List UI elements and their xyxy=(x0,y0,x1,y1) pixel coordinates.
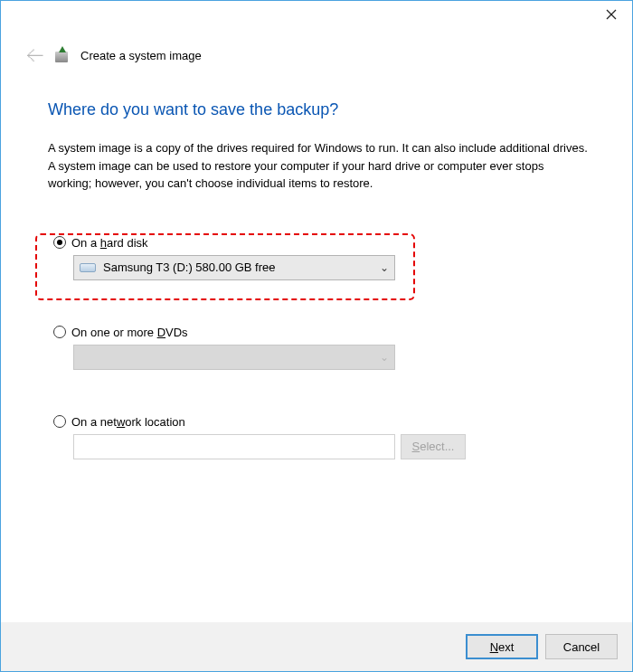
page-description: A system image is a copy of the drives r… xyxy=(48,139,590,193)
drive-icon xyxy=(80,263,96,272)
header-row: 🡠 Create a system image xyxy=(1,30,632,64)
hard-disk-dropdown[interactable]: Samsung T3 (D:) 580.00 GB free ⌄ xyxy=(73,255,395,280)
close-icon xyxy=(606,9,617,20)
system-image-icon xyxy=(53,46,71,64)
titlebar xyxy=(1,1,632,30)
network-select-button: Select... xyxy=(401,434,466,459)
option-dvds: On one or more DVDs ⌄ xyxy=(48,326,592,370)
radio-dvds-row[interactable]: On one or more DVDs xyxy=(53,326,592,339)
radio-network-label: On a network location xyxy=(71,415,185,429)
close-button[interactable] xyxy=(590,1,632,28)
radio-network-row[interactable]: On a network location xyxy=(53,415,592,429)
radio-dvds-label: On one or more DVDs xyxy=(71,326,188,339)
option-hard-disk: On a hard disk Samsung T3 (D:) 580.00 GB… xyxy=(48,236,592,280)
option-network: On a network location Select... xyxy=(48,415,592,459)
dvds-dropdown: ⌄ xyxy=(73,345,395,370)
network-row: Select... xyxy=(73,434,592,459)
dialog-title: Create a system image xyxy=(80,49,202,62)
radio-network[interactable] xyxy=(53,415,66,428)
back-arrow-icon[interactable]: 🡠 xyxy=(26,46,44,64)
options-group: On a hard disk Samsung T3 (D:) 580.00 GB… xyxy=(48,236,592,459)
network-path-input xyxy=(73,434,395,459)
hard-disk-selected: Samsung T3 (D:) 580.00 GB free xyxy=(103,260,276,274)
content-area: Where do you want to save the backup? A … xyxy=(1,64,632,459)
chevron-down-icon: ⌄ xyxy=(380,261,389,274)
radio-hard-disk-label: On a hard disk xyxy=(71,236,148,250)
radio-hard-disk-row[interactable]: On a hard disk xyxy=(53,236,592,250)
bottom-bar: Next Cancel xyxy=(1,622,632,671)
page-heading: Where do you want to save the backup? xyxy=(48,100,592,119)
chevron-down-icon: ⌄ xyxy=(380,351,389,364)
next-button[interactable]: Next xyxy=(466,634,538,659)
dialog-window: 🡠 Create a system image Where do you wan… xyxy=(0,0,633,672)
radio-dvds[interactable] xyxy=(53,326,66,338)
radio-hard-disk[interactable] xyxy=(53,236,66,249)
cancel-button[interactable]: Cancel xyxy=(545,634,618,659)
